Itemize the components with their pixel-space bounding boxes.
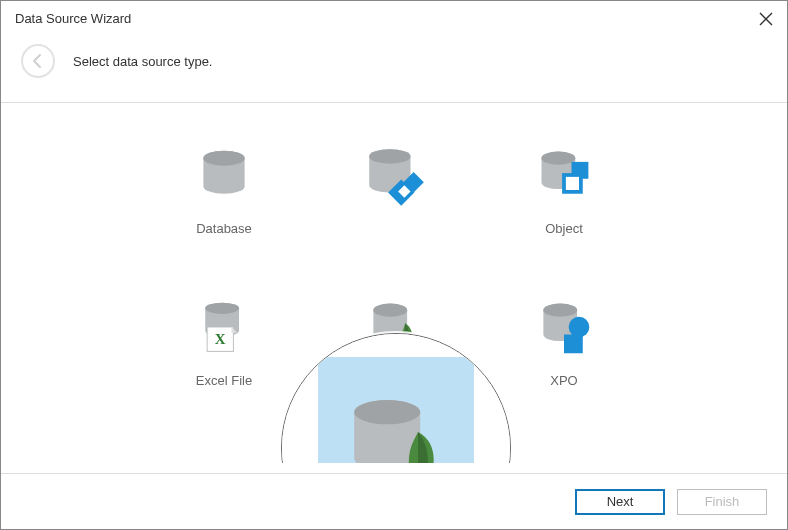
svg-point-8 — [542, 152, 576, 165]
next-button[interactable]: Next — [575, 489, 665, 515]
mongodb-icon — [354, 287, 434, 367]
svg-point-17 — [373, 304, 407, 317]
svg-point-1 — [203, 151, 244, 166]
tile-excel-label: Excel File — [196, 373, 252, 388]
svg-rect-21 — [564, 335, 583, 354]
tile-database-label: Database — [196, 221, 252, 236]
page-subtitle: Select data source type. — [73, 54, 212, 69]
database-icon — [184, 135, 264, 215]
tile-mongodb-label: MongoDB — [365, 373, 423, 388]
back-button[interactable] — [21, 44, 55, 78]
subheader: Select data source type. — [1, 34, 787, 103]
tile-object-label: Object — [545, 221, 583, 236]
svg-text:X: X — [215, 331, 226, 347]
content-area: Database — [1, 103, 787, 463]
tile-object[interactable]: Object — [484, 135, 644, 255]
tile-mongodb[interactable]: MongoDB — [314, 287, 474, 407]
tile-xpo-label: XPO — [550, 373, 577, 388]
xpo-icon — [524, 287, 604, 367]
svg-point-13 — [205, 303, 239, 314]
tile-sql[interactable] — [314, 135, 474, 255]
window-title: Data Source Wizard — [15, 11, 131, 26]
footer: Next Finish — [1, 473, 787, 529]
sql-icon — [354, 135, 434, 215]
tile-xpo[interactable]: XPO — [484, 287, 644, 407]
svg-point-19 — [543, 304, 577, 317]
object-icon — [524, 135, 604, 215]
finish-button: Finish — [677, 489, 767, 515]
close-icon[interactable] — [759, 12, 773, 26]
titlebar: Data Source Wizard — [1, 1, 787, 34]
svg-point-3 — [369, 149, 410, 163]
data-source-grid: Database — [144, 135, 644, 407]
svg-point-20 — [569, 317, 590, 338]
svg-rect-11 — [566, 177, 579, 190]
excel-icon: X — [184, 287, 264, 367]
tile-database[interactable]: Database — [144, 135, 304, 255]
tile-excel[interactable]: X Excel File — [144, 287, 304, 407]
